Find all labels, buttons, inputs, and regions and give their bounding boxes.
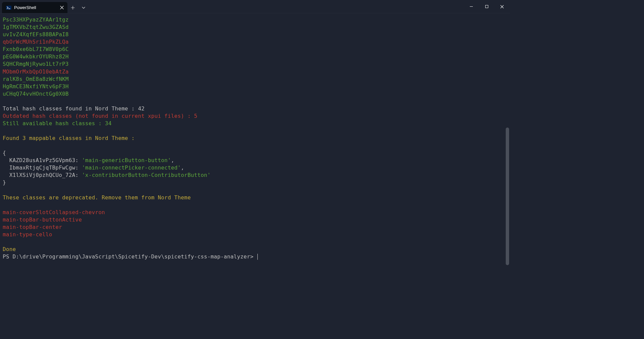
terminal-line: uvIvZ4XqfEFs88BAPaI8: [3, 31, 507, 38]
terminal-line: Psc33HXPyazZYAAr1tgz: [3, 16, 507, 23]
terminal-line: }: [3, 179, 507, 186]
terminal-line: main-type-cello: [3, 231, 507, 238]
maximize-button[interactable]: [479, 0, 494, 13]
terminal-line: Still available hash classes : 34: [3, 120, 507, 127]
minimize-button[interactable]: [463, 0, 479, 13]
terminal-line: HgRmCE3NxfiYNtv6pF3H: [3, 83, 507, 90]
terminal-line: Total hash classes found in Nord Theme :…: [3, 105, 507, 112]
terminal-line: KAZD28usA1vPz5GVpm63: 'main-genericButto…: [3, 157, 507, 164]
terminal-line: IgTMXVbZtqtZwu3GZASd: [3, 23, 507, 31]
terminal-line: Fxnb0xe6bL7I7W8V0p6C: [3, 46, 507, 53]
terminal-line: main-topBar-center: [3, 224, 507, 231]
terminal-line: SQHCRmgNjRywo1Lt7rP3: [3, 60, 507, 68]
terminal-line: MObmOrMxbQpO10ebAtZa: [3, 68, 507, 76]
svg-rect-0: [6, 6, 11, 10]
tab-title: PowerShell: [14, 5, 59, 10]
titlebar: PowerShell: [0, 0, 510, 13]
prompt-line[interactable]: PS D:\drive\Programming\JavaScript\Spice…: [3, 253, 507, 260]
terminal-line: main-coverSlotCollapsed-chevron: [3, 209, 507, 216]
terminal-line: {: [3, 149, 507, 157]
terminal-line: Outdated hash classes (not found in curr…: [3, 112, 507, 120]
terminal-line: Found 3 mappable classes in Nord Theme :: [3, 135, 507, 142]
titlebar-drag-region[interactable]: [89, 0, 463, 13]
cursor: [257, 254, 258, 260]
terminal-line: qbOrWcMUhSri1nPkZLQa: [3, 38, 507, 46]
scrollbar[interactable]: [505, 13, 509, 267]
new-tab-button[interactable]: [67, 2, 78, 13]
terminal-line: IbmaxRtjqCjqTBpFwCgw: 'main-connectPicke…: [3, 164, 507, 172]
terminal-line: Done: [3, 246, 507, 253]
close-tab-button[interactable]: [59, 5, 65, 11]
terminal-line: pEG0W4wkbkrOYURhz82H: [3, 53, 507, 60]
prompt-text: PS D:\drive\Programming\JavaScript\Spice…: [3, 253, 257, 260]
terminal-line: X1lXSiVj0pzhQCUo_72A: 'x-contributorButt…: [3, 172, 507, 179]
powershell-icon: [6, 5, 11, 10]
terminal-output[interactable]: Psc33HXPyazZYAAr1tgzIgTMXVbZtqtZwu3GZASd…: [0, 13, 510, 263]
scrollbar-thumb[interactable]: [506, 128, 509, 265]
window-close-button[interactable]: [494, 0, 510, 13]
terminal-line: These classes are deprecated. Remove the…: [3, 194, 507, 201]
terminal-line: main-topBar-buttonActive: [3, 216, 507, 224]
window-controls: [463, 0, 510, 13]
tab-dropdown-button[interactable]: [78, 2, 89, 13]
tab-powershell[interactable]: PowerShell: [2, 2, 67, 13]
svg-rect-3: [485, 5, 488, 8]
terminal-line: ralK8s_OmE8a8zWcfNKM: [3, 76, 507, 83]
terminal-line: uCHqQ74vvHOnctGg0X0B: [3, 90, 507, 98]
